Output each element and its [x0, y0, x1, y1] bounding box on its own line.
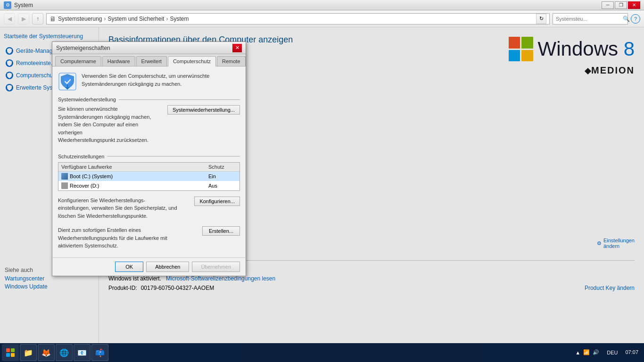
- schutz-title: Schutzeinstellungen: [58, 154, 104, 159]
- tab-remote[interactable]: Remote: [217, 56, 246, 66]
- forward-button[interactable]: ▶: [18, 13, 29, 25]
- clock-time: 07:07: [625, 349, 638, 356]
- dialog-overlay: Systemeigenschaften ✕ Computername Hardw…: [0, 27, 644, 343]
- dialog-close-button[interactable]: ✕: [232, 44, 242, 52]
- drive-c-icon: [61, 173, 68, 180]
- search-input[interactable]: [556, 16, 621, 22]
- restore-section-header: Systemwiederherstellung: [58, 97, 240, 102]
- dialog-tabs: Computername Hardware Erweitert Computer…: [52, 54, 246, 66]
- dialog-info-section: Verwenden Sie den Computerschutz, um une…: [58, 72, 240, 91]
- up-button[interactable]: ↑: [32, 13, 43, 25]
- tab-hardware[interactable]: Hardware: [102, 56, 135, 66]
- language-indicator[interactable]: DEU: [605, 350, 619, 355]
- taskbar-right: ▲ 📶 🔊 DEU 07:07: [571, 349, 642, 356]
- drive-c-schutz: Ein: [208, 173, 237, 179]
- start-button[interactable]: [2, 344, 19, 361]
- cancel-button[interactable]: Abbrechen: [146, 262, 189, 272]
- dialog-title: Systemeigenschaften: [56, 45, 110, 51]
- refresh-button[interactable]: ↻: [536, 14, 546, 24]
- create-button[interactable]: Erstellen...: [202, 226, 240, 236]
- config-area: Konfigurieren Sie Wiederherstellungs- ei…: [58, 197, 240, 223]
- create-text: Dient zum sofortigen Erstellen eines Wie…: [58, 226, 198, 250]
- email-icon: 📧: [77, 348, 87, 357]
- restore-section-title: Systemwiederherstellung: [58, 97, 116, 102]
- title-bar: ⚙ System ─ ❐ ✕: [0, 0, 644, 10]
- breadcrumb-part-2: System und Sicherheit: [107, 16, 164, 22]
- minimize-button[interactable]: ─: [602, 1, 614, 9]
- mail-icon: 📫: [95, 348, 105, 357]
- close-button[interactable]: ✕: [628, 1, 640, 9]
- browser-toolbar: ◀ ▶ ↑ 🖥 Systemsteuerung › System und Sic…: [0, 10, 644, 27]
- drives-table: Verfügbare Laufwerke Schutz Boot (C:) (S…: [58, 162, 240, 191]
- restore-text: Sie können unerwünschte Systemänderungen…: [58, 105, 164, 144]
- config-text: Konfigurieren Sie Wiederherstellungs- ei…: [58, 197, 190, 220]
- system-tray: ▲ 📶 🔊: [571, 349, 603, 355]
- schutz-section-header: Schutzeinstellungen: [58, 154, 240, 159]
- schutz-divider: [107, 156, 240, 156]
- taskbar: 📁 🦊 🌐 📧 📫 ▲ 📶 🔊 DEU 07:07: [0, 343, 644, 362]
- help-button[interactable]: ?: [631, 14, 640, 24]
- tab-computername[interactable]: Computername: [55, 56, 101, 66]
- schutz-section: Schutzeinstellungen Verfügbare Laufwerke…: [58, 154, 240, 191]
- firefox-icon: 🦊: [41, 348, 51, 357]
- network-icon: 🌐: [59, 348, 69, 357]
- taskbar-mail2[interactable]: 📫: [91, 344, 108, 361]
- taskbar-firefox[interactable]: 🦊: [38, 344, 55, 361]
- content-window: Startseite der Systemsteuerung Geräte-Ma…: [0, 27, 644, 343]
- maximize-button[interactable]: ❐: [615, 1, 627, 9]
- drive-d-name: Recover (D:): [70, 183, 99, 189]
- dialog-footer: OK Abbrechen Übernehmen: [52, 257, 246, 276]
- drive-d-icon: [61, 182, 68, 189]
- window-controls: ─ ❐ ✕: [602, 1, 640, 9]
- breadcrumb-part-1: Systemsteuerung: [58, 16, 102, 22]
- drives-table-header: Verfügbare Laufwerke Schutz: [58, 163, 239, 172]
- breadcrumb: Systemsteuerung › System und Sicherheit …: [58, 16, 534, 22]
- window-title: System: [14, 2, 33, 8]
- restore-button[interactable]: Systemwiederherstellung...: [167, 105, 240, 115]
- tray-network-icon: 📶: [583, 349, 590, 355]
- explorer-icon: 📁: [24, 348, 33, 357]
- taskbar-network[interactable]: 🌐: [56, 344, 73, 361]
- col-schutz-header: Schutz: [208, 164, 237, 170]
- config-button[interactable]: Konfigurieren...: [194, 197, 240, 206]
- breadcrumb-part-3: System: [170, 16, 189, 22]
- restore-section: Systemwiederherstellung Sie können unerw…: [58, 97, 240, 148]
- drive-c-name: Boot (C:) (System): [70, 173, 113, 179]
- ok-button[interactable]: OK: [115, 262, 143, 272]
- app-icon: ⚙: [4, 1, 11, 9]
- dialog-title-bar: Systemeigenschaften ✕: [52, 42, 246, 54]
- tab-erweitert[interactable]: Erweitert: [136, 56, 167, 66]
- dialog-body: Verwenden Sie den Computerschutz, um une…: [52, 66, 246, 257]
- create-area: Dient zum sofortigen Erstellen eines Wie…: [58, 226, 240, 252]
- clock[interactable]: 07:07: [621, 349, 642, 356]
- apply-button[interactable]: Übernehmen: [192, 262, 240, 272]
- drive-row-d[interactable]: Recover (D:) Aus: [58, 181, 239, 190]
- drive-d-schutz: Aus: [208, 183, 237, 189]
- dialog-info-text: Verwenden Sie den Computerschutz, um une…: [82, 72, 240, 91]
- col-laufwerk-header: Verfügbare Laufwerke: [61, 164, 208, 170]
- dialog-info-icon: [58, 72, 77, 91]
- section-divider: [119, 99, 240, 100]
- address-bar: 🖥 Systemsteuerung › System und Sicherhei…: [46, 13, 550, 25]
- search-box: 🔍: [553, 13, 628, 25]
- tray-expand[interactable]: ▲: [575, 350, 580, 355]
- drive-row-c[interactable]: Boot (C:) (System) Ein: [58, 172, 239, 181]
- tray-sound-icon: 🔊: [593, 349, 599, 355]
- systemeigenschaften-dialog: Systemeigenschaften ✕ Computername Hardw…: [52, 41, 246, 276]
- tab-computerschutz[interactable]: Computerschutz: [168, 56, 216, 66]
- taskbar-email[interactable]: 📧: [74, 344, 91, 361]
- taskbar-explorer[interactable]: 📁: [20, 344, 37, 361]
- search-icon: 🔍: [623, 16, 630, 22]
- back-button[interactable]: ◀: [4, 13, 15, 25]
